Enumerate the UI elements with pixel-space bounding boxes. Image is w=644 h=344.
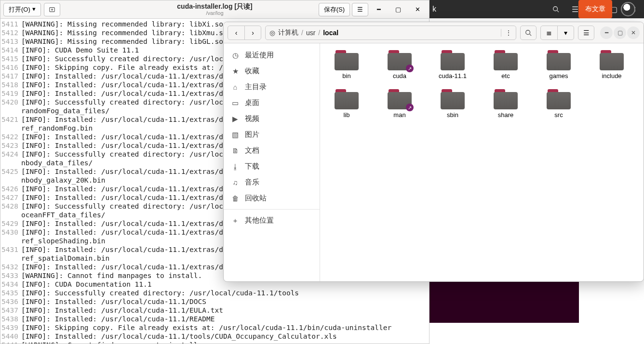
- sidebar-item-videos[interactable]: ▶视频: [224, 111, 320, 127]
- fm-close-button[interactable]: ✕: [627, 26, 640, 39]
- desktop-icon: ▭: [231, 99, 239, 107]
- plus-icon: +: [231, 217, 239, 225]
- home-icon: ⌂: [231, 83, 239, 91]
- editor-titlebar: 打开(O) ▾ cuda-installer.log [只读] /var/log…: [0, 0, 429, 19]
- nav-forward-button[interactable]: ›: [244, 26, 261, 40]
- pictures-icon: ▧: [231, 131, 239, 139]
- recent-icon: ◷: [231, 52, 239, 59]
- svg-line-6: [530, 34, 532, 36]
- sidebar-item-label: 文档: [245, 146, 259, 155]
- sidebar-item-trash[interactable]: 🗑回收站: [224, 190, 320, 206]
- fm-maximize-button[interactable]: ▢: [614, 26, 626, 39]
- folder-icon: [494, 50, 518, 70]
- nav-back-button[interactable]: ‹: [228, 26, 244, 40]
- sidebar-item-desktop[interactable]: ▭桌面: [224, 95, 320, 111]
- maximize-button[interactable]: ▢: [389, 3, 407, 16]
- folder-label: etc: [501, 72, 510, 79]
- breadcrumb-local[interactable]: local: [323, 29, 338, 37]
- trash-icon: 🗑: [231, 195, 239, 202]
- fm-minimize-button[interactable]: ━: [600, 26, 613, 39]
- folder-cuda[interactable]: ↗cuda: [382, 50, 417, 79]
- sidebar-item-label: 桌面: [245, 98, 259, 107]
- folder-man[interactable]: ↗man: [382, 89, 417, 119]
- sidebar-separator: [224, 209, 320, 210]
- pathbar-menu-button[interactable]: ⋮: [501, 29, 512, 37]
- folder-bin[interactable]: bin: [329, 50, 364, 79]
- folder-include[interactable]: include: [594, 50, 630, 79]
- breadcrumb-separator: /: [301, 29, 303, 37]
- symlink-badge-icon: ↗: [406, 65, 414, 72]
- folder-label: include: [602, 72, 621, 79]
- folder-label: share: [498, 111, 514, 119]
- avatar[interactable]: [621, 2, 635, 16]
- fm-content[interactable]: bin↗cudacuda-11.1etcgamesincludelib↗mans…: [320, 43, 644, 281]
- svg-point-5: [526, 30, 530, 34]
- editor-title-text: cuda-installer.log [只读]: [177, 3, 252, 10]
- folder-icon: [600, 50, 624, 70]
- minimize-button[interactable]: ━: [370, 3, 388, 16]
- new-tab-icon: [49, 6, 55, 13]
- folder-lib[interactable]: lib: [329, 89, 364, 119]
- folder-icon: [335, 89, 359, 109]
- list-view-button[interactable]: ≣: [541, 26, 557, 40]
- breadcrumb-separator: /: [318, 29, 320, 37]
- file-manager-window: ‹ › ◎ 计算机 / usr / local ⋮ ≣ ▾ ☰ ━ ▢ ✕ ◷最…: [223, 22, 644, 282]
- sidebar-item-music[interactable]: ♫音乐: [224, 174, 320, 190]
- chevron-down-icon: ▾: [32, 5, 36, 13]
- sidebar-item-label: 下载: [245, 162, 259, 171]
- folder-share[interactable]: share: [488, 89, 523, 119]
- sidebar-item-home[interactable]: ⌂主目录: [224, 79, 320, 95]
- folder-icon: ↗: [388, 89, 412, 109]
- music-icon: ♫: [231, 179, 239, 186]
- sidebar-item-pictures[interactable]: ▧图片: [224, 127, 320, 143]
- sidebar-item-downloads[interactable]: ⭳下载: [224, 159, 320, 174]
- folder-icon: [547, 89, 571, 109]
- symlink-badge-icon: ↗: [406, 104, 414, 111]
- save-button[interactable]: 保存(S): [319, 3, 350, 16]
- folder-etc[interactable]: etc: [488, 50, 523, 79]
- new-tab-button[interactable]: [44, 3, 60, 16]
- line-number-gutter: 5411 5412 5413 5414 5415 5416 5417 5418 …: [0, 19, 20, 344]
- sidebar-item-label: 最近使用: [245, 51, 274, 60]
- folder-label: sbin: [447, 111, 458, 119]
- open-button[interactable]: 打开(O) ▾: [3, 3, 41, 16]
- breadcrumb-usr[interactable]: usr: [306, 29, 315, 37]
- breadcrumb-root[interactable]: 计算机: [278, 28, 298, 37]
- bg-search-button[interactable]: [548, 3, 564, 15]
- folder-games[interactable]: games: [541, 50, 577, 79]
- fm-body: ◷最近使用★收藏⌂主目录▭桌面▶视频▧图片🗎文档⭳下载♫音乐🗑回收站+其他位置 …: [224, 43, 644, 281]
- sidebar-item-label: 视频: [245, 114, 259, 123]
- publish-article-button[interactable]: 布文章: [578, 0, 612, 18]
- search-button[interactable]: [520, 26, 537, 40]
- folder-src[interactable]: src: [541, 89, 577, 119]
- background-terminal-area: [429, 279, 579, 323]
- sidebar-item-label: 音乐: [245, 178, 259, 187]
- downloads-icon: ⭳: [231, 163, 239, 171]
- folder-icon: [441, 50, 465, 70]
- pathbar[interactable]: ◎ 计算机 / usr / local ⋮: [265, 26, 516, 40]
- sidebar-item-recent[interactable]: ◷最近使用: [224, 47, 320, 63]
- folder-label: bin: [342, 72, 350, 79]
- fm-header: ‹ › ◎ 计算机 / usr / local ⋮ ≣ ▾ ☰ ━ ▢ ✕: [224, 22, 644, 43]
- view-switcher: ≣ ▾: [540, 26, 574, 40]
- fm-hamburger-button[interactable]: ☰: [578, 26, 594, 40]
- sidebar-item-other-locations[interactable]: +其他位置: [224, 212, 320, 228]
- sidebar-item-label: 其他位置: [245, 216, 274, 225]
- folder-icon: ↗: [388, 50, 412, 70]
- open-button-label: 打开(O): [9, 5, 30, 14]
- close-button[interactable]: ✕: [409, 3, 426, 16]
- fm-sidebar: ◷最近使用★收藏⌂主目录▭桌面▶视频▧图片🗎文档⭳下载♫音乐🗑回收站+其他位置: [224, 43, 320, 281]
- sidebar-item-starred[interactable]: ★收藏: [224, 63, 320, 79]
- hamburger-menu-button[interactable]: ☰: [352, 3, 368, 16]
- folder-label: cuda-11.1: [439, 72, 467, 79]
- svg-line-1: [557, 11, 559, 13]
- folder-sbin[interactable]: sbin: [435, 89, 470, 119]
- editor-title: cuda-installer.log [只读] /var/log: [177, 3, 252, 16]
- disk-icon: ◎: [269, 29, 275, 37]
- view-options-button[interactable]: ▾: [557, 26, 574, 40]
- folder-cuda-11-1[interactable]: cuda-11.1: [435, 50, 470, 79]
- sidebar-item-documents[interactable]: 🗎文档: [224, 143, 320, 159]
- folder-label: games: [549, 72, 568, 79]
- folder-label: lib: [343, 111, 349, 119]
- editor-subtitle-text: /var/log: [177, 10, 252, 16]
